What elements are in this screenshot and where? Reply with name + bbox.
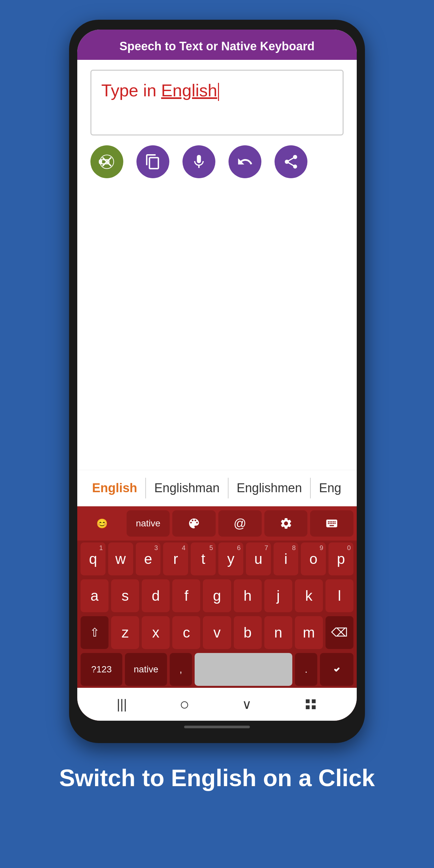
share-button[interactable] (275, 145, 307, 178)
key-s[interactable]: s (111, 579, 139, 612)
comma-key[interactable]: , (169, 653, 192, 686)
key-i[interactable]: 8i (274, 542, 299, 576)
phone-screen: Speech to Text or Native Keyboard Type i… (77, 30, 357, 721)
back-button[interactable]: ||| (117, 697, 127, 712)
native-label: native (136, 518, 160, 529)
keyboard-switch-button[interactable] (310, 510, 353, 536)
key-o-number: 9 (319, 544, 323, 552)
key-p[interactable]: 0p (329, 542, 353, 576)
app-title: Speech to Text or Native Keyboard (119, 39, 315, 53)
key-z[interactable]: z (111, 616, 139, 649)
palette-button[interactable] (172, 510, 216, 536)
microphone-button[interactable] (183, 145, 215, 178)
type-in-label: Type in (101, 81, 156, 100)
keyboard: 😊 native @ (77, 506, 357, 721)
key-e-number: 3 (154, 544, 158, 552)
key-k[interactable]: k (295, 579, 323, 612)
undo-button[interactable] (228, 145, 261, 178)
delete-button[interactable] (90, 145, 123, 178)
suggestion-eng[interactable]: Eng (311, 476, 349, 500)
keyboard-row-3: ⇧ z x c v b n m ⌫ (77, 614, 357, 651)
native-bottom-key[interactable]: native (125, 653, 167, 686)
emoji-button[interactable]: 😊 (81, 510, 124, 536)
grid-icon (304, 698, 317, 711)
phone-frame: Speech to Text or Native Keyboard Type i… (69, 20, 365, 743)
key-h[interactable]: h (234, 579, 262, 612)
page-background: Speech to Text or Native Keyboard Type i… (0, 0, 434, 868)
down-button[interactable]: ∨ (242, 697, 251, 712)
undo-icon (237, 154, 253, 170)
key-a[interactable]: a (81, 579, 108, 612)
palette-icon (187, 517, 200, 530)
cursor (218, 83, 219, 101)
emoji-icon: 😊 (96, 518, 108, 529)
navigation-bar: ||| ○ ∨ (77, 688, 357, 721)
key-g[interactable]: g (203, 579, 231, 612)
text-input-area[interactable]: Type in English (90, 70, 344, 135)
app-header: Speech to Text or Native Keyboard (77, 30, 357, 60)
key-u[interactable]: 7u (246, 542, 271, 576)
key-u-number: 7 (265, 544, 268, 552)
key-e[interactable]: 3e (136, 542, 161, 576)
keyboard-switch-icon (325, 517, 338, 530)
grid-button[interactable] (304, 698, 317, 711)
back-icon: ||| (117, 697, 127, 712)
suggestion-englishmen[interactable]: Englishmen (228, 476, 310, 500)
key-q-number: 1 (99, 544, 103, 552)
down-icon: ∨ (242, 697, 251, 712)
key-o[interactable]: 9o (301, 542, 326, 576)
settings-icon (279, 517, 292, 530)
key-w[interactable]: w (108, 542, 133, 576)
key-i-number: 8 (292, 544, 296, 552)
microphone-icon (191, 154, 207, 170)
copy-icon (145, 154, 161, 170)
suggestion-englishman[interactable]: Englishman (146, 476, 228, 500)
key-y[interactable]: 6y (218, 542, 243, 576)
keyboard-row-4: ?123 native , . (77, 651, 357, 688)
key-m[interactable]: m (295, 616, 323, 649)
key-b[interactable]: b (234, 616, 262, 649)
key-t-number: 5 (210, 544, 213, 552)
action-buttons-row (77, 139, 357, 185)
home-icon: ○ (180, 695, 189, 714)
spacer (77, 185, 357, 470)
backspace-key[interactable]: ⌫ (326, 616, 353, 649)
period-key[interactable]: . (295, 653, 317, 686)
delete-icon (99, 154, 115, 170)
keyboard-row-2: a s d f g h j k l (77, 577, 357, 614)
key-f[interactable]: f (172, 579, 200, 612)
share-icon (283, 154, 299, 170)
suggestions-bar: English Englishman Englishmen Eng (77, 470, 357, 506)
copy-button[interactable] (136, 145, 169, 178)
keyboard-top-row: 😊 native @ (77, 506, 357, 540)
bottom-tagline: Switch to English on a Click (33, 743, 401, 813)
suggestion-english[interactable]: English (84, 476, 145, 500)
type-placeholder: Type in English (101, 81, 219, 100)
settings-button[interactable] (265, 510, 308, 536)
key-d[interactable]: d (142, 579, 169, 612)
at-button[interactable]: @ (218, 510, 262, 536)
key-q[interactable]: 1q (81, 542, 105, 576)
checkmark-icon (330, 662, 344, 677)
key-r-number: 4 (182, 544, 185, 552)
key-t[interactable]: 5t (191, 542, 216, 576)
space-key[interactable] (195, 653, 292, 686)
language-label: English (161, 81, 217, 100)
shift-key[interactable]: ⇧ (81, 616, 108, 649)
keyboard-row-1: 1q w 3e 4r 5t 6y 7u 8i 9o 0p (77, 540, 357, 577)
key-l[interactable]: l (326, 579, 353, 612)
native-top-button[interactable]: native (127, 510, 170, 536)
key-n[interactable]: n (265, 616, 292, 649)
enter-key[interactable] (320, 653, 353, 686)
numbers-key[interactable]: ?123 (81, 653, 122, 686)
key-p-number: 0 (347, 544, 351, 552)
key-c[interactable]: c (172, 616, 200, 649)
phone-bottom-bar (184, 725, 250, 728)
key-j[interactable]: j (265, 579, 292, 612)
at-icon: @ (234, 517, 247, 531)
key-v[interactable]: v (203, 616, 231, 649)
key-x[interactable]: x (142, 616, 169, 649)
key-y-number: 6 (237, 544, 241, 552)
key-r[interactable]: 4r (163, 542, 188, 576)
home-button[interactable]: ○ (180, 695, 189, 714)
